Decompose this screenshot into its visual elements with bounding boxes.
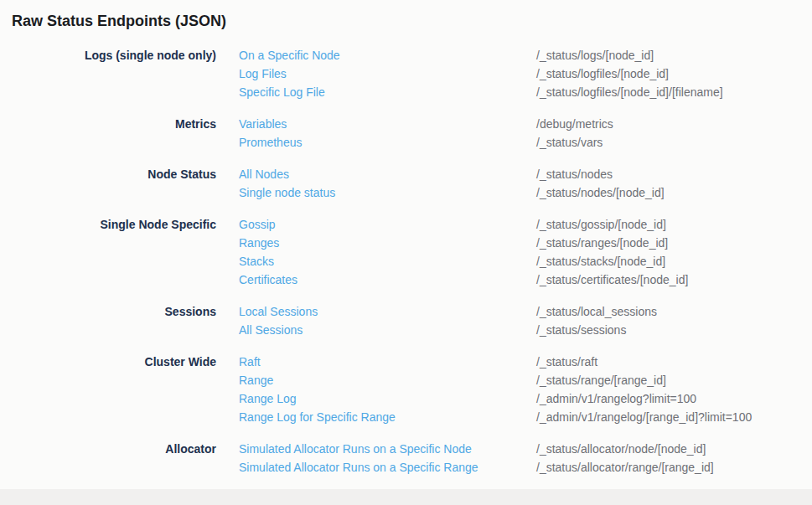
category-label bbox=[0, 64, 216, 83]
endpoint-link-cell: Ranges bbox=[216, 234, 536, 252]
endpoints-table: Logs (single node only)On a Specific Nod… bbox=[0, 46, 812, 477]
endpoint-link-cell: Gossip bbox=[216, 215, 536, 234]
endpoint-path: /_status/certificates/[node_id] bbox=[536, 271, 812, 289]
endpoint-row: Prometheus/_status/vars bbox=[0, 133, 812, 152]
endpoint-link[interactable]: Certificates bbox=[239, 273, 297, 286]
endpoint-path: /_status/raft bbox=[536, 353, 812, 371]
category-label bbox=[0, 234, 216, 252]
category-label bbox=[0, 252, 216, 271]
endpoint-row: Range Log for Specific Range/_admin/v1/r… bbox=[0, 408, 812, 426]
endpoint-row: Range Log/_admin/v1/rangelog?limit=100 bbox=[0, 389, 812, 408]
endpoint-link-cell: Simulated Allocator Runs on a Specific N… bbox=[216, 440, 536, 458]
category-label bbox=[0, 321, 216, 339]
endpoint-path: /_status/ranges/[node_id] bbox=[536, 234, 812, 252]
endpoint-link[interactable]: All Sessions bbox=[239, 323, 303, 337]
category-label bbox=[0, 458, 216, 477]
endpoint-link[interactable]: Simulated Allocator Runs on a Specific N… bbox=[239, 442, 472, 456]
endpoint-link[interactable]: On a Specific Node bbox=[239, 49, 340, 62]
endpoint-path: /_status/stacks/[node_id] bbox=[536, 252, 812, 271]
endpoint-link-cell: Range bbox=[216, 371, 536, 389]
category-label: Allocator bbox=[0, 440, 216, 458]
endpoint-link-cell: All Nodes bbox=[216, 165, 536, 183]
endpoint-link[interactable]: Specific Log File bbox=[239, 85, 325, 99]
endpoint-link-cell: Simulated Allocator Runs on a Specific R… bbox=[216, 458, 536, 477]
endpoint-link[interactable]: Ranges bbox=[239, 236, 279, 250]
endpoint-link-cell: Certificates bbox=[216, 271, 536, 289]
endpoint-row: All Sessions/_status/sessions bbox=[0, 321, 812, 339]
endpoint-path: /_status/gossip/[node_id] bbox=[536, 215, 812, 234]
endpoint-link[interactable]: Raft bbox=[239, 355, 261, 368]
endpoint-row: Certificates/_status/certificates/[node_… bbox=[0, 271, 812, 289]
category-label: Cluster Wide bbox=[0, 353, 216, 371]
endpoint-link[interactable]: Range Log bbox=[239, 392, 297, 405]
endpoint-path: /_admin/v1/rangelog?limit=100 bbox=[536, 389, 812, 408]
endpoint-link[interactable]: Gossip bbox=[239, 218, 276, 231]
endpoint-path: /_status/logs/[node_id] bbox=[536, 46, 812, 64]
endpoint-row: AllocatorSimulated Allocator Runs on a S… bbox=[0, 440, 812, 458]
content-area: Raw Status Endpoints (JSON) Logs (single… bbox=[0, 0, 812, 489]
endpoint-link[interactable]: Prometheus bbox=[239, 136, 302, 149]
endpoint-link-cell: On a Specific Node bbox=[216, 46, 536, 64]
endpoint-row: Single Node SpecificGossip/_status/gossi… bbox=[0, 215, 812, 234]
category-label bbox=[0, 408, 216, 426]
endpoint-link-cell: Log Files bbox=[216, 64, 536, 83]
endpoint-link[interactable]: Stacks bbox=[239, 255, 274, 268]
endpoint-link[interactable]: Simulated Allocator Runs on a Specific R… bbox=[239, 461, 478, 474]
endpoint-path: /_status/vars bbox=[536, 133, 812, 152]
endpoint-link[interactable]: Log Files bbox=[239, 67, 287, 80]
category-label bbox=[0, 271, 216, 289]
endpoint-row: SessionsLocal Sessions/_status/local_ses… bbox=[0, 302, 812, 321]
endpoint-row: Node StatusAll Nodes/_status/nodes bbox=[0, 165, 812, 183]
page-title: Raw Status Endpoints (JSON) bbox=[0, 0, 812, 31]
category-label: Logs (single node only) bbox=[0, 46, 216, 64]
endpoint-link-cell: Raft bbox=[216, 353, 536, 371]
endpoint-path: /_admin/v1/rangelog/[range_id]?limit=100 bbox=[536, 408, 812, 426]
endpoint-link[interactable]: Range Log for Specific Range bbox=[239, 410, 396, 424]
category-label bbox=[0, 183, 216, 202]
category-label bbox=[0, 133, 216, 152]
endpoint-path: /_status/sessions bbox=[536, 321, 812, 339]
endpoint-path: /_status/allocator/node/[node_id] bbox=[536, 440, 812, 458]
category-label: Single Node Specific bbox=[0, 215, 216, 234]
category-label: Sessions bbox=[0, 302, 216, 321]
category-label bbox=[0, 371, 216, 389]
endpoint-link-cell: Range Log for Specific Range bbox=[216, 408, 536, 426]
endpoint-link[interactable]: Range bbox=[239, 374, 273, 387]
endpoint-row: Simulated Allocator Runs on a Specific R… bbox=[0, 458, 812, 477]
category-label: Node Status bbox=[0, 165, 216, 183]
endpoint-path: /_status/logfiles/[node_id] bbox=[536, 64, 812, 83]
endpoint-path: /_status/logfiles/[node_id]/[filename] bbox=[536, 83, 812, 101]
endpoint-row: Logs (single node only)On a Specific Nod… bbox=[0, 46, 812, 64]
endpoint-path: /_status/local_sessions bbox=[536, 302, 812, 321]
endpoint-path: /_status/range/[range_id] bbox=[536, 371, 812, 389]
endpoint-row: Ranges/_status/ranges/[node_id] bbox=[0, 234, 812, 252]
category-label: Metrics bbox=[0, 115, 216, 133]
endpoint-row: Range/_status/range/[range_id] bbox=[0, 371, 812, 389]
endpoint-path: /_status/allocator/range/[range_id] bbox=[536, 458, 812, 477]
endpoint-link-cell: Specific Log File bbox=[216, 83, 536, 101]
endpoint-link-cell: Prometheus bbox=[216, 133, 536, 152]
endpoint-link[interactable]: Single node status bbox=[239, 186, 335, 199]
endpoint-link-cell: Single node status bbox=[216, 183, 536, 202]
endpoint-link-cell: Variables bbox=[216, 115, 536, 133]
endpoint-link-cell: All Sessions bbox=[216, 321, 536, 339]
endpoint-link[interactable]: Variables bbox=[239, 117, 287, 131]
endpoint-row: Single node status/_status/nodes/[node_i… bbox=[0, 183, 812, 202]
category-label bbox=[0, 389, 216, 408]
endpoint-path: /debug/metrics bbox=[536, 115, 812, 133]
footer-strip bbox=[0, 489, 812, 505]
endpoint-row: Stacks/_status/stacks/[node_id] bbox=[0, 252, 812, 271]
endpoint-link[interactable]: All Nodes bbox=[239, 167, 289, 181]
endpoint-link-cell: Local Sessions bbox=[216, 302, 536, 321]
endpoint-path: /_status/nodes bbox=[536, 165, 812, 183]
endpoint-row: Specific Log File/_status/logfiles/[node… bbox=[0, 83, 812, 101]
category-label bbox=[0, 83, 216, 101]
endpoint-link-cell: Stacks bbox=[216, 252, 536, 271]
endpoint-link-cell: Range Log bbox=[216, 389, 536, 408]
endpoint-path: /_status/nodes/[node_id] bbox=[536, 183, 812, 202]
endpoint-row: Log Files/_status/logfiles/[node_id] bbox=[0, 64, 812, 83]
endpoint-row: Cluster WideRaft/_status/raft bbox=[0, 353, 812, 371]
endpoint-row: MetricsVariables/debug/metrics bbox=[0, 115, 812, 133]
endpoint-link[interactable]: Local Sessions bbox=[239, 305, 318, 318]
